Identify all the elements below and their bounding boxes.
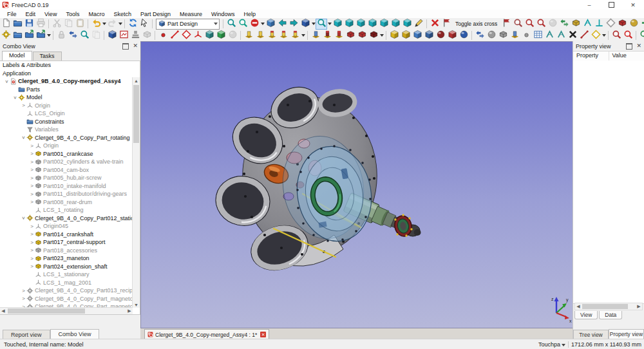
tree-expander-icon[interactable]: > — [29, 183, 35, 189]
view-axonometric-button[interactable] — [332, 19, 343, 30]
tree-expander-icon[interactable]: > — [4, 79, 10, 84]
sweep-path-button[interactable] — [578, 30, 590, 41]
subtractive-helix-dropdown[interactable] — [379, 30, 384, 41]
measure-perpendicular-button[interactable] — [593, 19, 605, 30]
print-button[interactable] — [35, 19, 46, 30]
scaled-button[interactable] — [509, 30, 520, 41]
measure-angular-button[interactable] — [582, 19, 593, 30]
tree-expander-icon[interactable]: > — [21, 288, 26, 294]
dock-tab-report-view[interactable]: Report view — [3, 330, 50, 339]
subtractive-pipe-button[interactable] — [356, 30, 368, 41]
menu-tools[interactable]: Tools — [61, 11, 84, 17]
draw-style-button[interactable] — [249, 19, 260, 30]
thickness-button[interactable] — [423, 30, 435, 41]
tree-horizontal-scrollbar[interactable]: ◀ ▶ — [0, 307, 133, 314]
tree-expander-icon[interactable]: > — [29, 263, 35, 269]
linear-pattern-button[interactable] — [486, 30, 497, 41]
draw-style-dropdown[interactable] — [260, 19, 265, 30]
menu-measure[interactable]: Measure — [175, 11, 207, 17]
subtab-view[interactable]: View — [574, 311, 598, 319]
tree-expander-icon[interactable]: > — [29, 159, 35, 165]
dock-tab-combo-view[interactable]: Combo View — [50, 329, 100, 339]
dock-tab-tree-view[interactable]: Tree view — [573, 330, 609, 339]
menu-sketch[interactable]: Sketch — [109, 11, 136, 17]
scroll-right-arrow[interactable]: ▶ — [126, 308, 133, 314]
tree-expander-icon[interactable]: > — [29, 240, 35, 245]
fit-all-button[interactable] — [225, 19, 237, 30]
appearance-button[interactable] — [605, 19, 616, 30]
tree-item[interactable]: >Part024_extension_shaft — [0, 263, 133, 271]
undo-dropdown[interactable] — [102, 19, 106, 30]
draft-button[interactable] — [412, 30, 423, 41]
redo-button[interactable] — [106, 19, 118, 30]
boolean-operation-button[interactable] — [435, 30, 446, 41]
tree-item[interactable]: Variables — [0, 126, 133, 134]
additive-loft-button[interactable] — [266, 30, 278, 41]
align-view-button[interactable] — [558, 19, 570, 30]
property-table-body[interactable] — [573, 61, 644, 304]
menu-help[interactable]: Help — [240, 11, 261, 17]
zoom-mode-dropdown[interactable] — [327, 19, 332, 30]
tree-item[interactable]: >Clerget_9B_4_0_Copy_Part_rotating — [0, 134, 133, 142]
texture-mapping-button[interactable] — [512, 19, 524, 30]
property-column-header[interactable]: Property — [573, 52, 609, 61]
view-bottom-button[interactable] — [390, 19, 401, 30]
copy-button[interactable] — [62, 19, 74, 30]
datum-point-button[interactable] — [157, 30, 169, 41]
tree-item[interactable]: >Model — [0, 93, 133, 102]
polar-pattern-button[interactable] — [497, 30, 509, 41]
open-document-button[interactable] — [12, 19, 23, 30]
involute-gear-button[interactable] — [590, 30, 601, 41]
subtractive-loft-button[interactable] — [345, 30, 356, 41]
scroll-left-arrow[interactable]: ◀ — [575, 303, 582, 310]
navigation-style-selector[interactable]: Touchpa — [538, 341, 565, 348]
save-document-button[interactable] — [23, 19, 35, 30]
whats-this-button[interactable] — [138, 19, 150, 30]
zoom-mode-button[interactable] — [316, 19, 327, 30]
toggle-axis-cross-button[interactable]: Toggle axis cross — [452, 21, 500, 27]
selection-view-button[interactable] — [265, 19, 276, 30]
tree-item[interactable]: >Part010_intake-manifold — [0, 182, 133, 191]
view-rear-button[interactable] — [378, 19, 390, 30]
subtractive-helix-button[interactable] — [368, 30, 379, 41]
tree-item[interactable]: Constraints — [0, 118, 133, 126]
involute-gear-dropdown[interactable] — [601, 30, 606, 41]
measure-distance-button[interactable] — [413, 19, 424, 30]
local-coordinate-system-button[interactable] — [192, 30, 204, 41]
menu-file[interactable]: File — [3, 11, 21, 17]
maximize-button[interactable] — [600, 0, 622, 10]
scroll-right-arrow[interactable]: ▶ — [636, 303, 642, 310]
tree-item[interactable]: >Part004_cam-box — [0, 166, 133, 174]
tree-item[interactable]: >Clerget_9B_4_0_Copy_Part013_reciprocati… — [0, 287, 133, 295]
menu-edit[interactable]: Edit — [21, 11, 41, 17]
additive-helix-button[interactable] — [289, 30, 301, 41]
document-tab[interactable]: Clerget_9B_4.0_Copy-merged_Assy4 : 1* ✕ — [144, 329, 269, 339]
tree-expander-icon[interactable]: > — [29, 151, 35, 156]
boolean-cut-button[interactable] — [446, 30, 458, 41]
menu-macro[interactable]: Macro — [84, 11, 109, 17]
new-window-button[interactable] — [639, 19, 644, 30]
tree-item[interactable]: >Part014_crankshaft — [0, 231, 133, 239]
scroll-thumb[interactable] — [133, 85, 139, 143]
float-panel-icon[interactable] — [122, 43, 129, 50]
tree-item[interactable]: LCS_1_rotating — [0, 206, 133, 214]
tree-item[interactable]: LCS_1_mag_2001 — [0, 279, 133, 287]
tree-item[interactable]: >Part005_hub,air-screw — [0, 174, 133, 182]
close-panel-icon[interactable]: ✕ — [636, 44, 641, 48]
tree-item[interactable]: >Clerget_9B_4_0_Copy_Part_magneto_1 — [0, 295, 133, 303]
property-horizontal-scrollbar[interactable]: ◀ ▶ — [574, 303, 643, 310]
tree-expander-icon[interactable]: > — [29, 231, 35, 237]
tree-item[interactable]: LCS_Origin — [0, 109, 133, 118]
additive-pipe-button[interactable] — [278, 30, 289, 41]
edit-sketch-button[interactable] — [141, 30, 153, 41]
view-top-button[interactable] — [355, 19, 366, 30]
fillet-curve-button[interactable] — [544, 30, 555, 41]
check-geometry-button[interactable] — [535, 19, 547, 30]
minimize-button[interactable]: – — [578, 0, 600, 10]
scroll-down-arrow[interactable]: ▼ — [133, 301, 140, 308]
tree-item[interactable]: >Origin — [0, 142, 133, 150]
menu-view[interactable]: View — [40, 11, 61, 17]
nav-forward-button[interactable] — [288, 19, 299, 30]
box-element-selection-button[interactable] — [570, 19, 582, 30]
tree-item[interactable]: LCS_1_stationary — [0, 270, 133, 279]
